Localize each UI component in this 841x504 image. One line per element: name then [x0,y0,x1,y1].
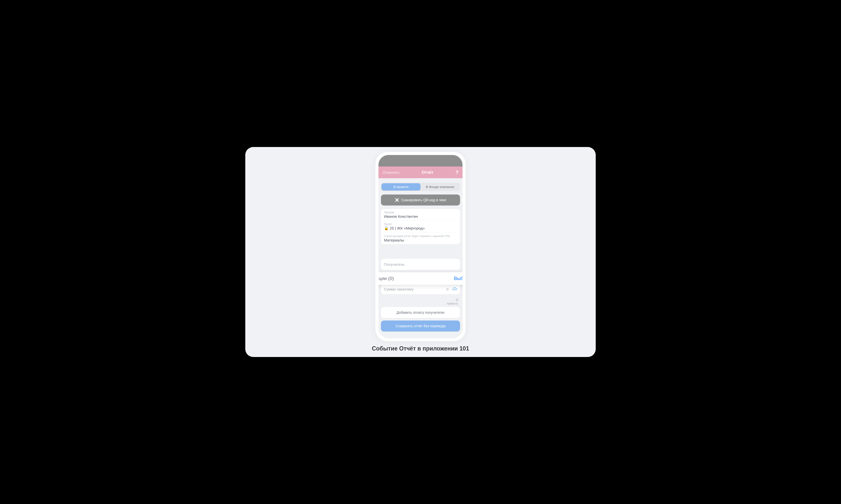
positions-label: Позиции (0) [378,276,394,281]
nav-title: Отчёт [422,170,433,175]
showcase-caption: Событие Отчёт в приложении 101 [372,345,469,352]
scan-qr-button[interactable]: Сканировать QR-код в чеке [381,195,460,205]
project-value: 🔒 25 | ЖК «Миргород» [384,226,457,231]
svg-rect-0 [396,199,397,200]
project-field[interactable]: Проект 🔒 25 | ЖК «Миргород» [381,221,460,233]
segmented-control: В проекте В Фонде компании [381,183,460,191]
sum-customer-row[interactable]: Сумма заказчику 0 [381,284,460,294]
content-area: В проекте В Фонде компании Сканировать Q… [378,178,463,338]
qr-scan-icon [395,198,399,202]
svg-rect-2 [396,200,397,201]
showcase-card: Отменить Отчёт ? В проекте В Фонде компа… [245,147,596,357]
project-label: Проект [384,223,457,226]
customer-field[interactable]: Заказчик Иванов Константин [381,209,460,221]
cloud-download-icon[interactable] [452,287,457,291]
segment-in-project[interactable]: В проекте [381,183,420,191]
cancel-button[interactable]: Отменить [382,170,400,175]
help-button[interactable]: ? [456,169,459,175]
navigation-bar: Отменить Отчёт ? [378,166,463,178]
scan-qr-label: Сканировать QR-код в чеке [401,198,446,202]
sum-customer-label: Сумма заказчику [384,287,413,291]
profit-block: 0 прибыль [381,297,460,307]
profit-label: прибыль [383,302,458,305]
customer-value: Иванов Константин [384,214,457,218]
profit-value: 0 [383,298,458,302]
add-payment-button[interactable]: Добавить оплату получателю [381,307,460,318]
save-report-button[interactable]: Сохранить отчёт без перевода [381,321,460,331]
status-bar [378,155,463,166]
sum-customer-value: 0 [447,287,448,291]
recipient-placeholder: Получатель [384,262,457,267]
expense-field[interactable]: Статья расходов (отчёт будет сохранен с … [381,233,460,244]
expense-label: Статья расходов (отчёт будет сохранен с … [384,235,457,237]
recipient-field[interactable]: Получатель [381,259,460,270]
expense-value: Материалы [384,238,457,242]
phone-frame: Отменить Отчёт ? В проекте В Фонде компа… [375,152,466,341]
segment-in-fund[interactable]: В Фонде компании [420,183,460,191]
customer-label: Заказчик [384,211,457,214]
svg-rect-3 [397,200,398,201]
svg-rect-1 [397,199,398,200]
phone-screen: Отменить Отчёт ? В проекте В Фонде компа… [378,155,463,338]
positions-select-button[interactable]: Выбрать [454,276,463,281]
positions-popup: Позиции (0) Выбрать [378,272,463,285]
details-card: Заказчик Иванов Константин Проект 🔒 25 |… [381,209,460,244]
